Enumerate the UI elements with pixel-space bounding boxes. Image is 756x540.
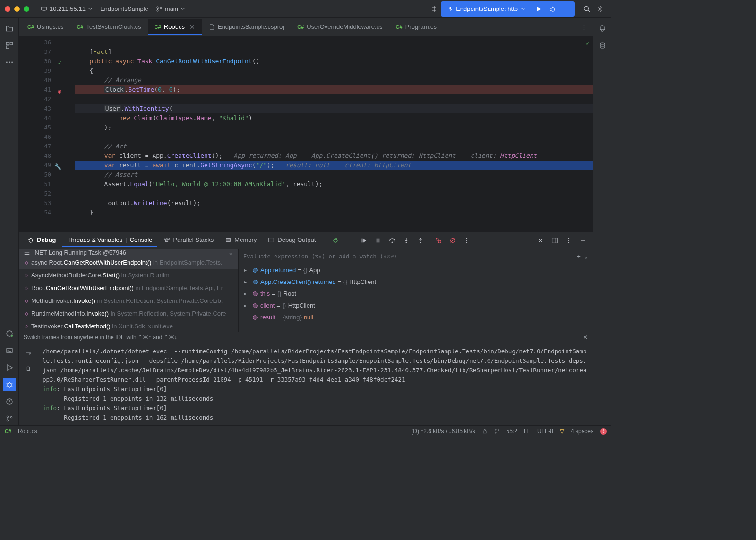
notifications-button[interactable] <box>596 22 609 35</box>
variable-row[interactable]: ▸ client = {} HttpClient <box>239 300 593 311</box>
console-output[interactable]: /home/parallels/.dotnet/dotnet exec --ru… <box>38 343 593 426</box>
frame-icon: ◇ <box>25 260 28 265</box>
branch-selector[interactable]: main <box>152 3 189 14</box>
status-encoding[interactable]: UTF-8 <box>537 428 553 435</box>
close-tab-button[interactable] <box>535 235 546 246</box>
tab-threads-variables[interactable]: Threads & Variables|Console <box>62 233 157 247</box>
stack-frame[interactable]: ◇TestInvoker.CallTestMethod() in Xunit.S… <box>19 320 238 333</box>
lang-badge: C# <box>27 24 34 30</box>
debug-tool-button[interactable] <box>3 378 16 391</box>
svg-point-15 <box>6 62 7 63</box>
svg-point-27 <box>584 26 584 27</box>
stack-frame[interactable]: ◇MethodInvoker.Invoke() in System.Reflec… <box>19 294 238 307</box>
project-name[interactable]: EndpointsSample <box>96 3 152 14</box>
settings-button[interactable] <box>593 2 607 16</box>
terminal-tool-button[interactable] <box>3 344 16 357</box>
step-over-icon <box>388 237 396 244</box>
stack-frame[interactable]: ◇async Root.CanGetRootWithUserEndpoint()… <box>19 256 238 269</box>
close-hint-button[interactable]: ✕ <box>583 334 588 341</box>
expand-icon[interactable]: ▸ <box>244 303 250 308</box>
expand-vars-button[interactable]: ⌄ <box>584 253 588 260</box>
tab-debug-output[interactable]: Debug Output <box>263 233 320 247</box>
expand-icon[interactable]: ▸ <box>244 267 250 273</box>
variable-row[interactable]: ▸ App.CreateClient() returned = {} HttpC… <box>239 276 593 288</box>
database-tool-button[interactable] <box>596 39 609 52</box>
problems-tool-button[interactable] <box>3 395 16 408</box>
frames-thread-selector[interactable]: .NET Long Running Task @57946 ⌄ <box>19 249 238 256</box>
more-tools-button[interactable] <box>3 56 16 69</box>
pause-button[interactable] <box>372 235 384 246</box>
tab-parallel-stacks[interactable]: Parallel Stacks <box>159 233 218 247</box>
code-with-me-button[interactable] <box>428 2 441 16</box>
status-error-badge[interactable]: ! <box>600 428 607 435</box>
editor[interactable]: 363738✓394041◉4243444546474849🔧505152535… <box>19 37 593 231</box>
options-button[interactable] <box>563 235 575 246</box>
svg-rect-37 <box>378 238 380 242</box>
minimize-window-button[interactable] <box>14 6 20 12</box>
rerun-button[interactable] <box>330 235 341 246</box>
maximize-window-button[interactable] <box>24 6 29 12</box>
status-position[interactable]: 55:2 <box>507 428 517 435</box>
close-tab-button[interactable]: ✕ <box>189 23 195 31</box>
variable-row[interactable]: ▸ this = {} Root <box>239 288 593 300</box>
editor-tabs-more[interactable] <box>577 21 591 34</box>
variable-row[interactable]: result = {string} null <box>239 311 593 323</box>
evaluate-expression-input[interactable]: Evaluate expression (⌥⇧) or add a watch … <box>239 249 593 264</box>
run-config-selector[interactable]: EndpointsSample: http <box>442 3 531 14</box>
status-eol[interactable]: LF <box>524 428 531 435</box>
status-git-branch[interactable] <box>494 429 500 434</box>
svg-rect-5 <box>450 7 451 9</box>
project-tool-button[interactable] <box>3 22 16 35</box>
editor-tab[interactable]: C#Usings.cs <box>21 19 70 35</box>
stack-frame[interactable]: ◇Root.CanGetRootWithUserEndpoint() in En… <box>19 282 238 294</box>
step-out-button[interactable] <box>415 235 426 246</box>
host-selector[interactable]: 10.211.55.11 <box>37 3 96 14</box>
debug-tool-window: Debug Threads & Variables|Console Parall… <box>19 231 593 425</box>
status-padlock[interactable] <box>482 429 488 434</box>
tab-label: Program.cs <box>405 23 437 30</box>
close-window-button[interactable] <box>5 6 10 12</box>
close-icon <box>537 237 544 244</box>
stack-frame[interactable]: ◇RuntimeMethodInfo.Invoke() in System.Re… <box>19 307 238 320</box>
hide-button[interactable] <box>577 235 589 246</box>
editor-tab[interactable]: C#UserOverrideMiddleware.cs <box>291 19 389 35</box>
mute-breakpoints-button[interactable] <box>447 235 458 246</box>
editor-tabs: C#Usings.csC#TestSystemClock.csC#Root.cs… <box>19 18 593 37</box>
expand-icon[interactable]: ▸ <box>244 291 250 296</box>
run-button[interactable] <box>532 2 545 16</box>
view-breakpoints-button[interactable] <box>433 235 444 246</box>
variable-row[interactable]: ▸ App returned = {} App <box>239 264 593 276</box>
folder-icon <box>5 24 14 33</box>
editor-tab[interactable]: C#Program.cs <box>389 19 444 35</box>
add-watch-button[interactable]: + <box>577 253 581 260</box>
svg-point-2 <box>157 6 158 8</box>
step-over-button[interactable] <box>387 235 398 246</box>
debug-more-button[interactable] <box>461 235 472 246</box>
status-indent[interactable]: 4 spaces <box>571 428 593 435</box>
layout-button[interactable] <box>549 235 560 246</box>
editor-tab[interactable]: C#TestSystemClock.cs <box>70 19 147 35</box>
stop-button[interactable] <box>344 235 355 246</box>
frame-icon: ◇ <box>25 298 28 303</box>
clear-console-button[interactable] <box>22 362 35 375</box>
services-tool-button[interactable] <box>3 327 16 340</box>
vcs-tool-button[interactable] <box>3 412 16 425</box>
var-icon <box>252 291 258 297</box>
editor-tab[interactable]: EndpointsSample.csproj <box>202 19 291 35</box>
soft-wrap-button[interactable] <box>22 346 35 359</box>
status-indent-warning[interactable]: ▽ <box>560 428 564 435</box>
run-tool-button[interactable] <box>3 361 16 374</box>
search-everywhere-button[interactable] <box>580 2 593 16</box>
structure-tool-button[interactable] <box>3 39 16 52</box>
more-run-options[interactable] <box>560 2 574 16</box>
expand-icon[interactable]: ▸ <box>244 279 250 284</box>
editor-code[interactable]: ✓ [Fact] public async Task CanGetRootWit… <box>75 37 593 231</box>
step-into-button[interactable] <box>401 235 412 246</box>
stack-frame[interactable]: ◇AsyncMethodBuilderCore.Start() in Syste… <box>19 269 238 282</box>
editor-tab[interactable]: C#Root.cs✕ <box>148 19 202 35</box>
debug-button[interactable] <box>546 2 559 16</box>
bell-icon <box>599 25 606 32</box>
status-network[interactable]: (D) ↑2.6 kB/s / ↓6.85 kB/s <box>411 428 475 435</box>
resume-button[interactable] <box>358 235 369 246</box>
tab-memory[interactable]: Memory <box>220 233 261 247</box>
